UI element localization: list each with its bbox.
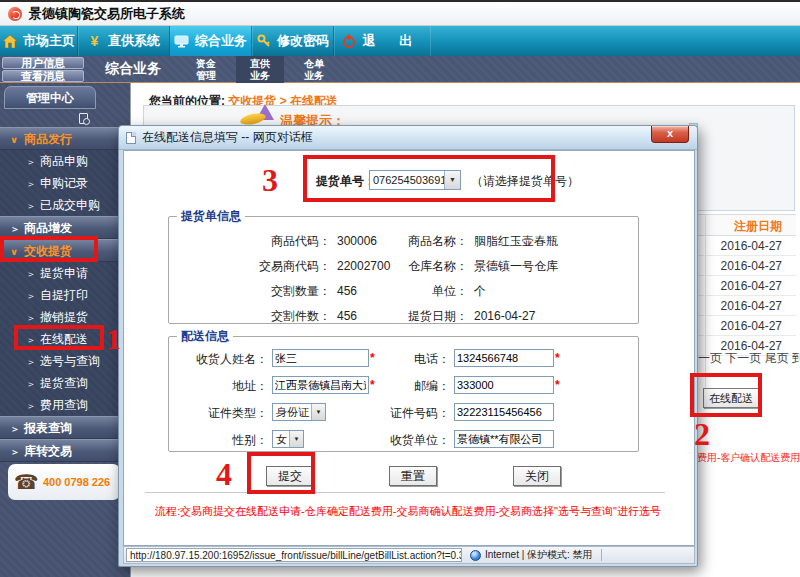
field-value: 300006: [331, 231, 403, 252]
required-asterisk: *: [370, 351, 375, 365]
field-value: 个: [468, 281, 638, 302]
annotation-box-online-delivery-item: [14, 325, 104, 350]
id-type-field-wrap: 身份证▼: [268, 403, 384, 423]
monitor-icon: [174, 34, 189, 49]
home-icon: [2, 34, 17, 49]
required-asterisk: *: [370, 378, 375, 392]
section-label: 综合业务: [105, 60, 175, 78]
annotation-box-bill-number: [303, 155, 555, 202]
field-label: 提货日期：: [403, 306, 468, 327]
nav-direct-supply[interactable]: ¥ 直供系统: [78, 26, 170, 56]
app-logo-icon: [8, 7, 22, 21]
phone-input[interactable]: [454, 349, 554, 367]
address-input[interactable]: [272, 376, 369, 394]
consignee-company-input[interactable]: [454, 430, 554, 448]
id-number-field-wrap: [450, 403, 638, 423]
reset-button[interactable]: 重置: [389, 466, 437, 486]
nav-logout[interactable]: 退 出: [334, 26, 430, 56]
field-label: 交易商代码：: [169, 256, 331, 277]
phone-icon: ☎: [14, 472, 39, 492]
annotation-number-1: 1: [106, 322, 121, 356]
document-icon: [126, 132, 136, 144]
status-zone: Internet | 保护模式: 禁用: [485, 548, 593, 562]
annotation-number-2: 2: [694, 416, 710, 453]
gender-select[interactable]: 女▼: [272, 430, 304, 448]
delivery-info-fieldset: 配送信息 收货人姓名： * 电话： * 地址： * 邮编： * 证件类型： 身份…: [168, 328, 639, 452]
sidebar-item-pickup-application[interactable]: ＞提货申请: [0, 262, 130, 284]
chevron-down-icon[interactable]: ▼: [289, 431, 303, 447]
tab-direct-supply-business[interactable]: 直供业务: [236, 56, 284, 83]
postcode-field-wrap: *: [450, 376, 638, 396]
close-button[interactable]: 关闭: [513, 466, 561, 486]
dialog-title: 在线配送信息填写 -- 网页对话框: [142, 129, 313, 146]
postcode-input[interactable]: [454, 376, 554, 394]
field-label: 商品名称：: [403, 231, 468, 252]
field-label: 仓库名称：: [403, 256, 468, 277]
consignee-name-input[interactable]: [272, 349, 369, 367]
view-messages-button[interactable]: 查看消息: [2, 70, 84, 82]
field-label: 性别：: [169, 430, 268, 450]
yen-icon: ¥: [87, 34, 102, 49]
field-label: 证件号码：: [384, 403, 450, 423]
field-value: 456: [331, 306, 403, 327]
bill-info-fieldset: 提货单信息 商品代码： 300006 商品名称： 胭脂红玉壶春瓶 交易商代码： …: [168, 208, 639, 324]
bill-info-legend: 提货单信息: [177, 208, 245, 225]
nav-market-home[interactable]: 市场主页: [0, 26, 78, 56]
phone-field-wrap: *: [450, 349, 638, 369]
field-value: 2016-04-27: [468, 306, 638, 327]
field-label: 电话：: [384, 349, 450, 369]
chevron-down-icon[interactable]: ▼: [311, 404, 325, 420]
required-asterisk: *: [555, 351, 560, 365]
dialog-close-button[interactable]: x: [651, 126, 689, 143]
power-icon: [342, 34, 357, 49]
main-nav: 市场主页 ¥ 直供系统 综合业务 修改密码 退 出: [0, 26, 800, 56]
delivery-info-legend: 配送信息: [177, 328, 233, 345]
sidebar-group-report-query[interactable]: ＞报表查询: [0, 416, 130, 439]
tab-funds-management[interactable]: 资金管理: [182, 56, 230, 83]
annotation-box-delivery-group: [0, 236, 98, 262]
sidebar-item-subscription-records[interactable]: ＞申购记录: [0, 172, 130, 194]
sidebar-header-management-center[interactable]: 管理中心: [4, 86, 96, 109]
note-icon: [79, 113, 88, 124]
address-field-wrap: *: [268, 376, 384, 396]
field-label: 收货单位：: [384, 430, 450, 450]
nav-comprehensive-business[interactable]: 综合业务: [170, 26, 252, 56]
sidebar-item-fee-query[interactable]: ＞费用查询: [0, 394, 130, 416]
annotation-box-submit-button: [247, 452, 315, 494]
delivery-info-grid: 收货人姓名： * 电话： * 地址： * 邮编： * 证件类型： 身份证▼ 证件…: [169, 345, 638, 450]
app-title: 景德镇陶瓷交易所电子系统: [29, 5, 185, 23]
field-label: 交割数量：: [169, 281, 331, 302]
gender-field-wrap: 女▼: [268, 430, 384, 450]
field-label: 商品代码：: [169, 231, 331, 252]
field-label: 地址：: [169, 376, 268, 396]
sidebar-item-product-subscription[interactable]: ＞商品申购: [0, 150, 130, 172]
annotation-number-3: 3: [262, 162, 278, 199]
consignee-name-field-wrap: *: [268, 349, 384, 369]
sub-nav: 用户信息 查看消息 综合业务 资金管理 直供业务 仓单业务: [0, 56, 800, 83]
field-value: 景德镇一号仓库: [468, 256, 638, 277]
required-asterisk: *: [555, 378, 560, 392]
consignee-company-field-wrap: [450, 430, 638, 450]
sidebar-item-self-pickup-print[interactable]: ＞自提打印: [0, 284, 130, 306]
field-label: 单位：: [403, 281, 468, 302]
sidebar-group-product-issue[interactable]: ∨商品发行: [0, 127, 130, 150]
id-type-select[interactable]: 身份证▼: [272, 403, 326, 421]
sidebar-group-warehouse-transfer-trade[interactable]: ＞库转交易: [0, 439, 130, 462]
sidebar-item-completed-subscriptions[interactable]: ＞已成交申购: [0, 194, 130, 216]
field-value: 22002700: [331, 256, 403, 277]
dialog-titlebar: 在线配送信息填写 -- 网页对话框: [119, 126, 697, 150]
annotation-number-4: 4: [216, 456, 232, 493]
dialog-statusbar: http://180.97.15.200:16952/issue_front/i…: [123, 546, 695, 564]
sidebar-menu: ∨商品发行 ＞商品申购 ＞申购记录 ＞已成交申购 ＞商品增发 ∨交收提货 ＞提货…: [0, 127, 130, 462]
field-label: 收货人姓名：: [169, 349, 268, 369]
sidebar-item-pickup-query[interactable]: ＞提货查询: [0, 372, 130, 394]
id-number-input[interactable]: [454, 403, 554, 421]
field-label: 交割件数：: [169, 306, 331, 327]
pagination[interactable]: 上一页 下一页 尾页 到 第: [686, 350, 800, 367]
annotation-box-online-delivery-button: [690, 373, 762, 417]
window-titlebar: 景德镇陶瓷交易所电子系统: [0, 0, 800, 26]
nav-change-password[interactable]: 修改密码: [252, 26, 334, 56]
user-info-button[interactable]: 用户信息: [2, 57, 84, 69]
field-value: 456: [331, 281, 403, 302]
tab-warehouse-receipt-business[interactable]: 仓单业务: [290, 56, 338, 83]
